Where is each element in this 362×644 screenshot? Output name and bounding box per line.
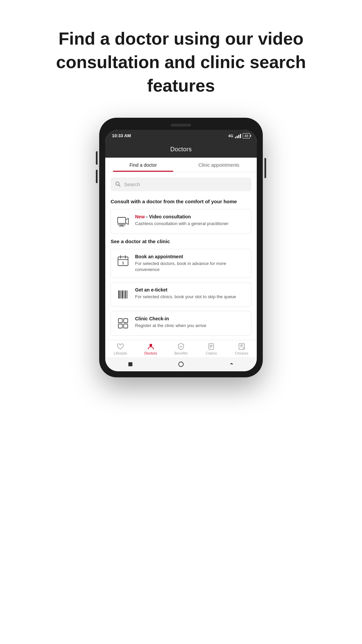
card-book-appointment[interactable]: 1 Book an appointment For selected docto… <box>111 249 251 278</box>
status-bar: 10:33 AM 4G 48 <box>105 130 257 142</box>
nav-doctors[interactable]: Doctors <box>135 343 166 355</box>
card-book-title: Book an appointment <box>135 254 246 259</box>
nav-claims[interactable]: Claims <box>196 343 226 355</box>
card-eticket[interactable]: Get an e-ticket For selected clinics, bo… <box>111 282 251 307</box>
svg-rect-20 <box>118 324 122 328</box>
svg-rect-12 <box>118 290 120 299</box>
power-button <box>264 158 266 178</box>
card-video-title-dash: - <box>146 214 148 219</box>
card-book-text: Book an appointment For selected doctors… <box>135 254 246 273</box>
section-heading-1: Consult with a doctor from the comfort o… <box>111 198 251 205</box>
vol-up-button <box>96 151 98 165</box>
calendar-icon: 1 <box>116 254 130 269</box>
hero-text: Find a doctor using our video consultati… <box>0 0 362 118</box>
card-checkin-text: Clinic Check-in Register at the clinic w… <box>135 316 246 329</box>
card-video-title: New - Video consultation <box>135 214 246 219</box>
nav-lifestyle[interactable]: Lifestyle <box>105 343 135 355</box>
phone-frame: 10:33 AM 4G 48 <box>99 118 263 378</box>
nav-choices[interactable]: Choices <box>227 343 257 355</box>
status-time: 10:33 AM <box>112 133 131 138</box>
svg-rect-2 <box>118 217 126 223</box>
choices-icon <box>238 343 245 350</box>
home-indicator-bar <box>105 357 257 371</box>
svg-rect-19 <box>124 319 128 323</box>
tabs-bar: Find a doctor Clinic appointments <box>105 158 257 172</box>
nav-doctors-label: Doctors <box>144 351 157 355</box>
card-checkin-title: Clinic Check-in <box>135 316 246 321</box>
section-video-consult: Consult with a doctor from the comfort o… <box>111 198 251 234</box>
tab-find-doctor-label: Find a doctor <box>129 162 157 168</box>
claims-icon <box>207 343 215 350</box>
svg-rect-31 <box>128 362 132 366</box>
nav-choices-label: Choices <box>235 351 248 355</box>
phone-screen: 10:33 AM 4G 48 <box>105 130 257 372</box>
card-book-subtitle: For selected doctors, book in advance fo… <box>135 261 246 273</box>
svg-rect-13 <box>120 290 121 299</box>
home-nav-button[interactable] <box>177 361 185 368</box>
card-eticket-title: Get an e-ticket <box>135 287 246 292</box>
tab-clinic-label: Clinic appointments <box>198 162 239 168</box>
back-nav-button[interactable] <box>127 361 134 368</box>
nav-benefits[interactable]: Benefits <box>166 343 196 355</box>
svg-line-1 <box>119 185 120 186</box>
app-header: Doctors <box>105 142 257 158</box>
phone-notch <box>171 124 191 126</box>
nav-claims-label: Claims <box>206 351 217 355</box>
svg-point-32 <box>179 362 183 367</box>
svg-rect-23 <box>209 343 214 350</box>
signal-bar-2 <box>237 136 238 138</box>
signal-bars <box>235 133 241 138</box>
battery-container: 48 <box>243 133 250 139</box>
section-heading-2: See a doctor at the clinic <box>111 238 251 245</box>
recents-nav-button[interactable] <box>228 361 235 368</box>
signal-bar-4 <box>240 134 241 138</box>
screen-content: Search Consult with a doctor from the co… <box>105 172 257 336</box>
badge-new: New <box>135 214 145 219</box>
svg-rect-18 <box>118 319 122 323</box>
svg-text:1: 1 <box>122 261 124 265</box>
bottom-nav: Lifestyle Doctors <box>105 340 257 357</box>
svg-rect-21 <box>124 324 128 328</box>
vol-down-button <box>96 170 98 183</box>
heart-icon <box>117 343 124 350</box>
barcode-icon <box>116 287 130 302</box>
search-placeholder: Search <box>124 181 140 187</box>
network-label: 4G <box>228 134 233 138</box>
card-video-title-text: Video consultation <box>149 214 191 219</box>
svg-rect-15 <box>124 290 124 299</box>
search-icon <box>115 181 121 187</box>
svg-point-22 <box>149 344 152 346</box>
search-bar[interactable]: Search <box>111 177 251 191</box>
battery-icon: 48 <box>243 133 250 139</box>
card-video-subtitle: Cashless consultation with a general pra… <box>135 221 246 227</box>
svg-rect-16 <box>125 290 126 299</box>
signal-bar-1 <box>235 137 236 138</box>
nav-lifestyle-label: Lifestyle <box>114 351 127 355</box>
tab-find-doctor[interactable]: Find a doctor <box>105 158 181 172</box>
card-checkin-subtitle: Register at the clinic when you arrive <box>135 323 246 329</box>
app-title: Doctors <box>170 146 192 153</box>
nav-benefits-label: Benefits <box>174 351 188 355</box>
svg-rect-17 <box>127 290 127 299</box>
card-video-consultation[interactable]: New - Video consultation Cashless consul… <box>111 209 251 234</box>
status-icons: 4G 48 <box>228 133 250 139</box>
battery-level: 48 <box>244 134 248 138</box>
svg-rect-14 <box>122 290 123 299</box>
checkin-icon <box>116 316 130 331</box>
shield-icon <box>177 343 185 350</box>
video-consult-icon <box>116 214 130 229</box>
signal-bar-3 <box>238 135 239 138</box>
card-checkin[interactable]: Clinic Check-in Register at the clinic w… <box>111 311 251 336</box>
doctors-icon <box>147 343 155 350</box>
card-eticket-subtitle: For selected clinics, book your slot to … <box>135 294 246 300</box>
card-video-text: New - Video consultation Cashless consul… <box>135 214 246 227</box>
section-clinic: See a doctor at the clinic 1 <box>111 238 251 336</box>
tab-clinic-appointments[interactable]: Clinic appointments <box>181 158 257 172</box>
card-eticket-text: Get an e-ticket For selected clinics, bo… <box>135 287 246 300</box>
